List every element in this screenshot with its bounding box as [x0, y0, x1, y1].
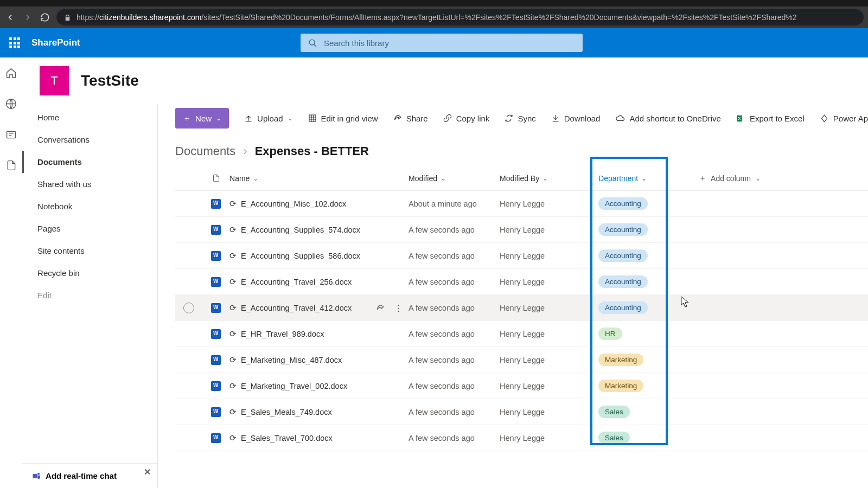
department-pill: Accounting — [598, 275, 648, 288]
breadcrumb-root[interactable]: Documents — [175, 144, 235, 158]
department-pill: Accounting — [598, 197, 648, 210]
file-name-label: E_Accounting_Supplies_586.docx — [241, 252, 360, 260]
add-column-button[interactable]: ＋Add column⌄ — [675, 174, 767, 183]
sync-pending-icon: ⟳ — [229, 278, 237, 286]
table-row[interactable]: ⟳E_Accounting_Misc_102.docxAbout a minut… — [175, 191, 868, 217]
nav-home[interactable]: Home — [22, 106, 157, 129]
nav-edit[interactable]: Edit — [22, 284, 157, 306]
file-name-link[interactable]: ⟳E_Sales_Travel_700.docx — [229, 434, 409, 442]
back-button[interactable] — [4, 11, 16, 23]
modified-by-value[interactable]: Henry Legge — [500, 408, 591, 416]
file-name-link[interactable]: ⟳E_Accounting_Supplies_574.docx — [229, 226, 409, 234]
table-row[interactable]: ⟳E_Accounting_Travel_412.docx⋮A few seco… — [175, 295, 868, 321]
table-row[interactable]: ⟳E_Accounting_Supplies_586.docxA few sec… — [175, 243, 868, 269]
file-name-link[interactable]: ⟳E_Sales_Meals_749.docx — [229, 408, 409, 416]
file-type-icon — [202, 433, 229, 443]
file-name-link[interactable]: ⟳E_Marketing_Misc_487.docx — [229, 356, 409, 364]
sync-pending-icon: ⟳ — [229, 382, 237, 390]
teams-icon — [32, 471, 41, 480]
table-row[interactable]: ⟳E_Sales_Travel_700.docxA few seconds ag… — [175, 425, 868, 451]
nav-site-contents[interactable]: Site contents — [22, 240, 157, 262]
modified-by-value[interactable]: Henry Legge — [500, 226, 591, 234]
link-icon — [443, 114, 452, 123]
modified-value: A few seconds ago — [409, 356, 500, 364]
app-launcher-button[interactable] — [0, 37, 29, 48]
name-column-header[interactable]: Name⌄ — [229, 174, 409, 183]
edit-grid-button[interactable]: Edit in grid view — [308, 114, 378, 123]
svg-rect-3 — [33, 474, 37, 478]
rail-globe-icon[interactable] — [5, 98, 17, 110]
modified-by-value[interactable]: Henry Legge — [500, 434, 591, 442]
download-button[interactable]: Download — [551, 114, 601, 123]
modified-by-value[interactable]: Henry Legge — [500, 278, 591, 286]
export-excel-button[interactable]: XExport to Excel — [736, 114, 805, 123]
rail-news-icon[interactable] — [5, 129, 17, 140]
modified-by-value[interactable]: Henry Legge — [500, 200, 591, 208]
search-input[interactable]: Search this library — [301, 34, 583, 52]
reload-button[interactable] — [39, 11, 51, 23]
upload-button[interactable]: Upload⌄ — [244, 114, 293, 123]
share-row-icon[interactable] — [376, 304, 385, 312]
nav-conversations[interactable]: Conversations — [22, 129, 157, 151]
modified-by-value[interactable]: Henry Legge — [500, 382, 591, 390]
nav-documents[interactable]: Documents — [22, 151, 157, 173]
file-type-column[interactable] — [202, 174, 229, 183]
add-shortcut-button[interactable]: Add shortcut to OneDrive — [615, 113, 720, 123]
rail-files-icon[interactable] — [6, 160, 17, 171]
word-icon — [211, 407, 221, 417]
nav-pages[interactable]: Pages — [22, 217, 157, 240]
table-row[interactable]: ⟳E_Accounting_Travel_256.docxA few secon… — [175, 269, 868, 295]
modified-by-column-header[interactable]: Modified By⌄ — [500, 174, 591, 183]
rail-home-icon[interactable] — [5, 67, 17, 79]
suite-header: SharePoint Search this library — [0, 28, 868, 57]
file-name-link[interactable]: ⟳E_Accounting_Misc_102.docx — [229, 200, 409, 208]
modified-by-value[interactable]: Henry Legge — [500, 356, 591, 364]
more-actions-icon[interactable]: ⋮ — [394, 304, 403, 312]
file-name-link[interactable]: ⟳E_HR_Travel_989.docx — [229, 330, 409, 338]
onedrive-icon — [615, 113, 625, 123]
table-row[interactable]: ⟳E_Sales_Meals_749.docxA few seconds ago… — [175, 399, 868, 425]
nav-shared[interactable]: Shared with us — [22, 173, 157, 195]
file-name-link[interactable]: ⟳E_Accounting_Travel_256.docx — [229, 278, 409, 286]
new-button[interactable]: ＋ New ⌄ — [175, 108, 229, 129]
file-name-link[interactable]: ⟳E_Accounting_Supplies_586.docx — [229, 252, 409, 260]
close-icon[interactable]: ✕ — [144, 467, 151, 477]
chat-promo[interactable]: Add real-time chat ✕ — [22, 463, 157, 488]
export-label: Export to Excel — [750, 114, 805, 123]
share-button[interactable]: Share — [393, 114, 428, 123]
sync-pending-icon: ⟳ — [229, 408, 237, 416]
search-icon — [308, 38, 317, 48]
modified-by-value[interactable]: Henry Legge — [500, 304, 591, 312]
copy-link-button[interactable]: Copy link — [443, 114, 490, 123]
modified-column-header[interactable]: Modified⌄ — [409, 174, 500, 183]
upload-label: Upload — [257, 114, 283, 123]
department-column-header[interactable]: Department⌄ — [591, 174, 675, 183]
suite-brand[interactable]: SharePoint — [31, 37, 80, 48]
table-row[interactable]: ⟳E_Marketing_Misc_487.docxA few seconds … — [175, 347, 868, 373]
url-path: /sites/TestSite/Shared%20Documents/Forms… — [201, 13, 796, 22]
modified-by-value[interactable]: Henry Legge — [500, 252, 591, 260]
file-type-icon — [202, 355, 229, 365]
file-name-link[interactable]: ⟳E_Accounting_Travel_412.docx — [229, 304, 376, 312]
department-value: Accounting — [591, 275, 675, 288]
sync-pending-icon: ⟳ — [229, 356, 237, 364]
select-circle[interactable] — [183, 303, 194, 313]
nav-recycle-bin[interactable]: Recycle bin — [22, 262, 157, 284]
site-title[interactable]: TestSite — [81, 72, 139, 89]
table-row[interactable]: ⟳E_Marketing_Travel_002.docxA few second… — [175, 373, 868, 399]
file-name-link[interactable]: ⟳E_Marketing_Travel_002.docx — [229, 382, 409, 390]
forward-button[interactable] — [22, 11, 34, 23]
modified-by-value[interactable]: Henry Legge — [500, 330, 591, 338]
plus-icon: ＋ — [699, 174, 706, 183]
site-logo[interactable]: T — [40, 66, 69, 95]
power-apps-button[interactable]: Power Ap — [820, 114, 868, 123]
url-prefix: https:// — [76, 13, 99, 22]
table-row[interactable]: ⟳E_HR_Travel_989.docxA few seconds agoHe… — [175, 321, 868, 347]
powerapps-icon — [820, 114, 829, 123]
nav-notebook[interactable]: Notebook — [22, 195, 157, 217]
table-header: Name⌄ Modified⌄ Modified By⌄ Department⌄… — [175, 166, 868, 191]
table-row[interactable]: ⟳E_Accounting_Supplies_574.docxA few sec… — [175, 217, 868, 243]
modified-value: A few seconds ago — [409, 382, 500, 390]
address-bar[interactable]: https://citizenbuilders.sharepoint.com/s… — [56, 9, 864, 25]
sync-button[interactable]: Sync — [505, 114, 535, 123]
